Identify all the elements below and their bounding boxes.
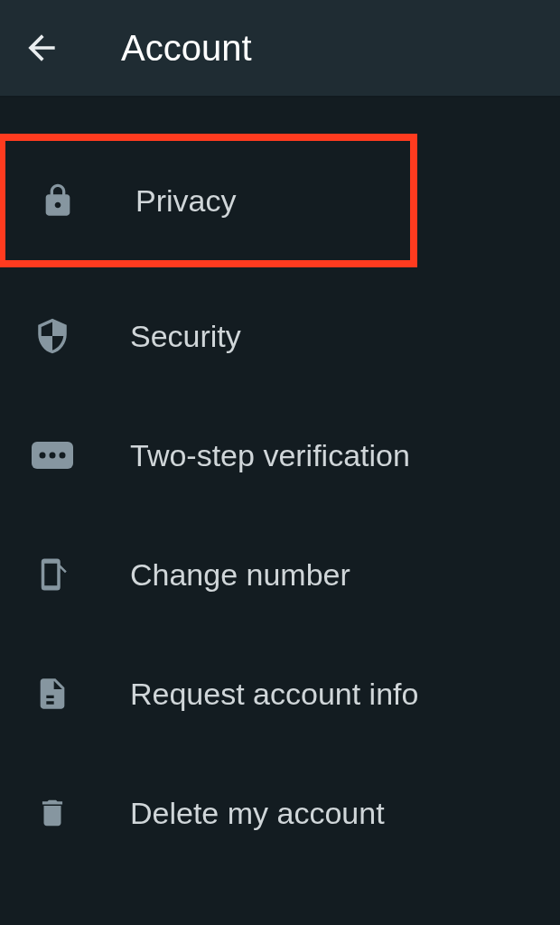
phone-change-icon <box>27 550 78 599</box>
list-item-privacy[interactable]: Privacy <box>0 134 417 267</box>
trash-icon <box>27 791 78 835</box>
list-item-request-info[interactable]: Request account info <box>0 634 560 753</box>
list-item-security[interactable]: Security <box>0 276 560 396</box>
list-item-label: Security <box>130 319 241 354</box>
list-item-label: Delete my account <box>130 796 385 831</box>
svg-point-1 <box>40 453 46 459</box>
shield-icon <box>27 313 78 359</box>
document-icon <box>27 671 78 716</box>
list-item-change-number[interactable]: Change number <box>0 515 560 634</box>
list-item-label: Request account info <box>130 677 418 712</box>
list-item-label: Two-step verification <box>130 438 410 473</box>
page-title: Account <box>121 28 252 69</box>
list-item-label: Privacy <box>135 183 236 219</box>
header: Account <box>0 0 560 98</box>
list-item-label: Change number <box>130 557 350 593</box>
dots-icon <box>27 442 78 469</box>
svg-point-3 <box>60 453 66 459</box>
arrow-left-icon <box>22 28 61 68</box>
lock-icon <box>33 179 83 222</box>
svg-point-2 <box>50 453 56 459</box>
list-item-two-step[interactable]: Two-step verification <box>0 396 560 515</box>
list-item-delete-account[interactable]: Delete my account <box>0 753 560 873</box>
back-button[interactable] <box>16 23 67 73</box>
settings-list: Privacy Security Two-step verification <box>0 98 560 873</box>
